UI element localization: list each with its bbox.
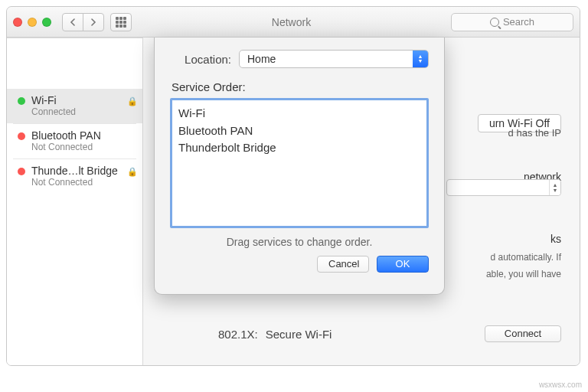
status-dot-icon: [18, 132, 25, 140]
location-select[interactable]: Home ▲▼: [239, 50, 429, 68]
back-button[interactable]: [62, 13, 83, 31]
search-placeholder: Search: [503, 16, 534, 28]
zoom-icon[interactable]: [42, 18, 51, 27]
service-order-list[interactable]: Wi-Fi Bluetooth PAN Thunderbolt Bridge: [170, 98, 429, 228]
location-value: Home: [247, 53, 276, 65]
service-name: Wi-Fi: [31, 94, 76, 106]
list-item[interactable]: Thunderbolt Bridge: [178, 139, 420, 157]
traffic-lights: [13, 18, 56, 27]
forward-button[interactable]: [83, 13, 104, 31]
service-order-label: Service Order:: [172, 80, 429, 93]
sheet-actions: Cancel OK: [170, 256, 429, 273]
drag-hint: Drag services to change order.: [170, 236, 429, 248]
ok-button[interactable]: OK: [377, 256, 429, 273]
service-name: Thunde…lt Bridge: [31, 165, 118, 177]
service-name: Bluetooth PAN: [31, 129, 101, 142]
location-row: Location: Home ▲▼: [170, 50, 429, 68]
8021x-label: 802.1X:: [218, 328, 258, 341]
network-window: Network Search Wi-Fi Connected 🔒 Bluetoo…: [6, 6, 580, 366]
connect-button[interactable]: Connect: [485, 325, 561, 342]
location-label: Location:: [170, 53, 231, 66]
nav-back-forward: [62, 13, 104, 31]
chevron-up-down-icon: ▲▼: [413, 51, 428, 67]
service-status: Not Connected: [31, 142, 101, 152]
chevron-up-down-icon: ▲▼: [549, 180, 560, 195]
list-item[interactable]: Bluetooth PAN: [178, 122, 420, 140]
service-order-sheet: Location: Home ▲▼ Service Order: Wi-Fi B…: [154, 38, 445, 295]
search-icon: [490, 18, 499, 27]
sidebar-item-thunderbolt-bridge[interactable]: Thunde…lt Bridge Not Connected 🔒: [7, 159, 142, 194]
service-sidebar: Wi-Fi Connected 🔒 Bluetooth PAN Not Conn…: [7, 38, 143, 365]
grid-icon: [116, 17, 126, 28]
service-status: Connected: [31, 106, 76, 117]
cancel-button[interactable]: Cancel: [317, 256, 369, 273]
search-field[interactable]: Search: [451, 13, 573, 31]
show-all-button[interactable]: [110, 13, 132, 31]
service-status: Not Connected: [31, 177, 118, 188]
8021x-row: 802.1X: Secure Wi-Fi: [218, 328, 332, 341]
sidebar-item-wifi[interactable]: Wi-Fi Connected 🔒: [7, 89, 142, 123]
background-text: d has the IP ▲▼ network ks d automatical…: [446, 126, 561, 281]
8021x-value: Secure Wi-Fi: [266, 328, 332, 341]
list-item[interactable]: Wi-Fi: [178, 105, 420, 122]
status-dot-icon: [18, 97, 25, 105]
status-dot-icon: [18, 168, 25, 175]
close-icon[interactable]: [13, 18, 22, 27]
watermark: wsxwsx.com: [539, 381, 582, 389]
network-name-select[interactable]: ▲▼: [446, 179, 561, 196]
window-title: Network: [138, 16, 445, 28]
sidebar-item-bluetooth-pan[interactable]: Bluetooth PAN Not Connected: [7, 124, 142, 158]
minimize-icon[interactable]: [28, 18, 37, 27]
lock-icon: 🔒: [127, 96, 138, 106]
lock-icon: 🔒: [127, 167, 138, 177]
toolbar: Network Search: [7, 7, 580, 38]
